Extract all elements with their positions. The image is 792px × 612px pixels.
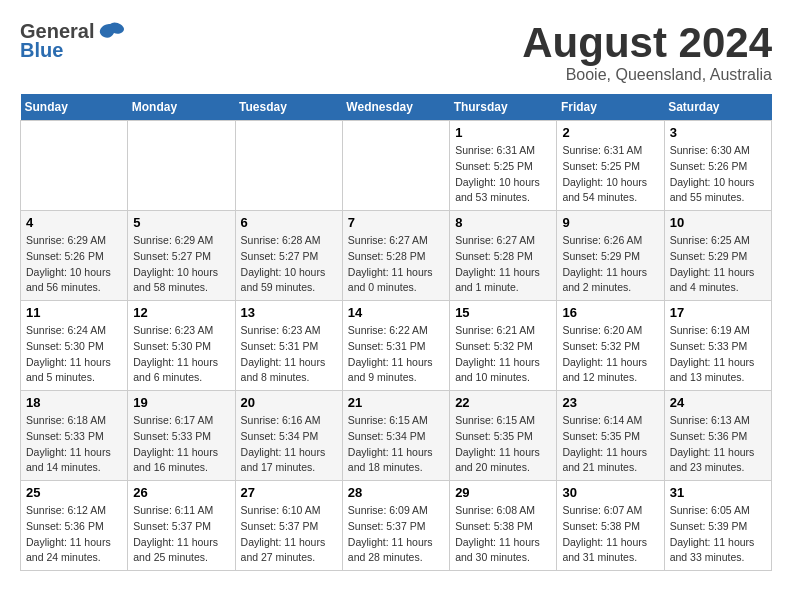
day-number: 22 (455, 395, 551, 410)
logo-blue-text: Blue (20, 39, 63, 62)
day-number: 8 (455, 215, 551, 230)
day-number: 23 (562, 395, 658, 410)
day-info: Sunrise: 6:15 AMSunset: 5:35 PMDaylight:… (455, 413, 551, 476)
day-info: Sunrise: 6:15 AMSunset: 5:34 PMDaylight:… (348, 413, 444, 476)
day-number: 6 (241, 215, 337, 230)
day-number: 19 (133, 395, 229, 410)
location-text: Booie, Queensland, Australia (522, 66, 772, 84)
calendar-cell: 22Sunrise: 6:15 AMSunset: 5:35 PMDayligh… (450, 391, 557, 481)
calendar-cell: 17Sunrise: 6:19 AMSunset: 5:33 PMDayligh… (664, 301, 771, 391)
calendar-cell: 16Sunrise: 6:20 AMSunset: 5:32 PMDayligh… (557, 301, 664, 391)
day-number: 17 (670, 305, 766, 320)
day-info: Sunrise: 6:17 AMSunset: 5:33 PMDaylight:… (133, 413, 229, 476)
calendar-cell: 3Sunrise: 6:30 AMSunset: 5:26 PMDaylight… (664, 121, 771, 211)
calendar-cell: 13Sunrise: 6:23 AMSunset: 5:31 PMDayligh… (235, 301, 342, 391)
day-info: Sunrise: 6:27 AMSunset: 5:28 PMDaylight:… (348, 233, 444, 296)
day-info: Sunrise: 6:16 AMSunset: 5:34 PMDaylight:… (241, 413, 337, 476)
title-block: August 2024 Booie, Queensland, Australia (522, 20, 772, 84)
calendar-week-3: 11Sunrise: 6:24 AMSunset: 5:30 PMDayligh… (21, 301, 772, 391)
day-info: Sunrise: 6:31 AMSunset: 5:25 PMDaylight:… (562, 143, 658, 206)
day-info: Sunrise: 6:11 AMSunset: 5:37 PMDaylight:… (133, 503, 229, 566)
column-header-saturday: Saturday (664, 94, 771, 121)
day-number: 15 (455, 305, 551, 320)
day-info: Sunrise: 6:07 AMSunset: 5:38 PMDaylight:… (562, 503, 658, 566)
day-info: Sunrise: 6:18 AMSunset: 5:33 PMDaylight:… (26, 413, 122, 476)
calendar-cell: 7Sunrise: 6:27 AMSunset: 5:28 PMDaylight… (342, 211, 449, 301)
day-info: Sunrise: 6:28 AMSunset: 5:27 PMDaylight:… (241, 233, 337, 296)
calendar-cell: 29Sunrise: 6:08 AMSunset: 5:38 PMDayligh… (450, 481, 557, 571)
calendar-cell (21, 121, 128, 211)
day-number: 13 (241, 305, 337, 320)
day-number: 29 (455, 485, 551, 500)
day-info: Sunrise: 6:30 AMSunset: 5:26 PMDaylight:… (670, 143, 766, 206)
calendar-cell: 8Sunrise: 6:27 AMSunset: 5:28 PMDaylight… (450, 211, 557, 301)
day-info: Sunrise: 6:29 AMSunset: 5:27 PMDaylight:… (133, 233, 229, 296)
day-number: 24 (670, 395, 766, 410)
calendar-cell: 12Sunrise: 6:23 AMSunset: 5:30 PMDayligh… (128, 301, 235, 391)
column-header-wednesday: Wednesday (342, 94, 449, 121)
day-number: 12 (133, 305, 229, 320)
day-info: Sunrise: 6:21 AMSunset: 5:32 PMDaylight:… (455, 323, 551, 386)
day-number: 16 (562, 305, 658, 320)
logo-bird-icon (98, 21, 126, 43)
calendar-cell: 26Sunrise: 6:11 AMSunset: 5:37 PMDayligh… (128, 481, 235, 571)
day-number: 14 (348, 305, 444, 320)
calendar-week-5: 25Sunrise: 6:12 AMSunset: 5:36 PMDayligh… (21, 481, 772, 571)
day-number: 3 (670, 125, 766, 140)
day-info: Sunrise: 6:29 AMSunset: 5:26 PMDaylight:… (26, 233, 122, 296)
day-info: Sunrise: 6:09 AMSunset: 5:37 PMDaylight:… (348, 503, 444, 566)
calendar-table: SundayMondayTuesdayWednesdayThursdayFrid… (20, 94, 772, 571)
page-container: General Blue August 2024 Booie, Queensla… (0, 0, 792, 581)
day-number: 25 (26, 485, 122, 500)
day-number: 28 (348, 485, 444, 500)
day-number: 5 (133, 215, 229, 230)
day-number: 2 (562, 125, 658, 140)
calendar-cell: 6Sunrise: 6:28 AMSunset: 5:27 PMDaylight… (235, 211, 342, 301)
calendar-cell: 14Sunrise: 6:22 AMSunset: 5:31 PMDayligh… (342, 301, 449, 391)
day-info: Sunrise: 6:20 AMSunset: 5:32 PMDaylight:… (562, 323, 658, 386)
column-header-friday: Friday (557, 94, 664, 121)
day-number: 26 (133, 485, 229, 500)
calendar-cell: 2Sunrise: 6:31 AMSunset: 5:25 PMDaylight… (557, 121, 664, 211)
calendar-cell: 1Sunrise: 6:31 AMSunset: 5:25 PMDaylight… (450, 121, 557, 211)
day-info: Sunrise: 6:25 AMSunset: 5:29 PMDaylight:… (670, 233, 766, 296)
calendar-cell: 28Sunrise: 6:09 AMSunset: 5:37 PMDayligh… (342, 481, 449, 571)
day-number: 10 (670, 215, 766, 230)
day-number: 11 (26, 305, 122, 320)
calendar-cell (235, 121, 342, 211)
day-info: Sunrise: 6:19 AMSunset: 5:33 PMDaylight:… (670, 323, 766, 386)
calendar-cell: 20Sunrise: 6:16 AMSunset: 5:34 PMDayligh… (235, 391, 342, 481)
day-info: Sunrise: 6:10 AMSunset: 5:37 PMDaylight:… (241, 503, 337, 566)
logo: General Blue (20, 20, 126, 62)
day-info: Sunrise: 6:27 AMSunset: 5:28 PMDaylight:… (455, 233, 551, 296)
day-number: 31 (670, 485, 766, 500)
calendar-cell: 10Sunrise: 6:25 AMSunset: 5:29 PMDayligh… (664, 211, 771, 301)
column-header-tuesday: Tuesday (235, 94, 342, 121)
calendar-cell: 31Sunrise: 6:05 AMSunset: 5:39 PMDayligh… (664, 481, 771, 571)
day-number: 7 (348, 215, 444, 230)
calendar-week-4: 18Sunrise: 6:18 AMSunset: 5:33 PMDayligh… (21, 391, 772, 481)
calendar-cell: 21Sunrise: 6:15 AMSunset: 5:34 PMDayligh… (342, 391, 449, 481)
calendar-cell: 24Sunrise: 6:13 AMSunset: 5:36 PMDayligh… (664, 391, 771, 481)
day-info: Sunrise: 6:24 AMSunset: 5:30 PMDaylight:… (26, 323, 122, 386)
day-number: 4 (26, 215, 122, 230)
day-number: 27 (241, 485, 337, 500)
calendar-cell: 25Sunrise: 6:12 AMSunset: 5:36 PMDayligh… (21, 481, 128, 571)
day-number: 1 (455, 125, 551, 140)
calendar-cell (128, 121, 235, 211)
calendar-cell: 11Sunrise: 6:24 AMSunset: 5:30 PMDayligh… (21, 301, 128, 391)
day-number: 9 (562, 215, 658, 230)
day-info: Sunrise: 6:08 AMSunset: 5:38 PMDaylight:… (455, 503, 551, 566)
calendar-cell: 27Sunrise: 6:10 AMSunset: 5:37 PMDayligh… (235, 481, 342, 571)
day-info: Sunrise: 6:31 AMSunset: 5:25 PMDaylight:… (455, 143, 551, 206)
day-info: Sunrise: 6:23 AMSunset: 5:30 PMDaylight:… (133, 323, 229, 386)
calendar-cell: 23Sunrise: 6:14 AMSunset: 5:35 PMDayligh… (557, 391, 664, 481)
day-info: Sunrise: 6:05 AMSunset: 5:39 PMDaylight:… (670, 503, 766, 566)
calendar-cell: 19Sunrise: 6:17 AMSunset: 5:33 PMDayligh… (128, 391, 235, 481)
calendar-cell: 18Sunrise: 6:18 AMSunset: 5:33 PMDayligh… (21, 391, 128, 481)
day-info: Sunrise: 6:12 AMSunset: 5:36 PMDaylight:… (26, 503, 122, 566)
day-info: Sunrise: 6:22 AMSunset: 5:31 PMDaylight:… (348, 323, 444, 386)
calendar-header-row: SundayMondayTuesdayWednesdayThursdayFrid… (21, 94, 772, 121)
column-header-monday: Monday (128, 94, 235, 121)
calendar-cell: 15Sunrise: 6:21 AMSunset: 5:32 PMDayligh… (450, 301, 557, 391)
